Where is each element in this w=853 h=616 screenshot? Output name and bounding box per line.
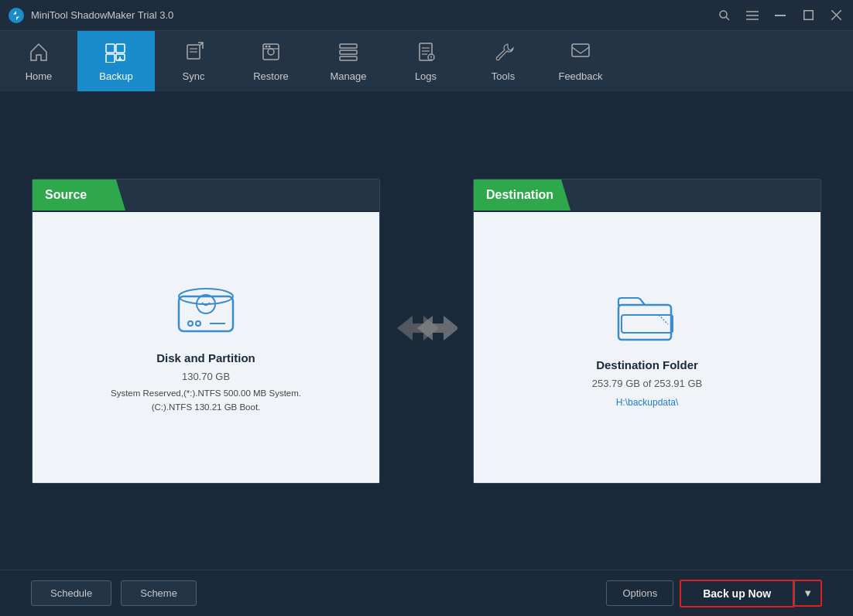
destination-card-body[interactable]: Destination Folder 253.79 GB of 253.91 G… [474, 212, 820, 483]
app-title: MiniTool ShadowMaker Trial 3.0 [31, 9, 173, 21]
app-logo-icon [8, 7, 25, 24]
svg-point-0 [9, 8, 24, 23]
minimize-button[interactable] [771, 6, 790, 25]
footer-left: Schedule Scheme [31, 580, 197, 606]
nav-bar: Home Backup Sync [0, 31, 853, 93]
backup-now-button[interactable]: Back up Now [680, 580, 794, 607]
sync-icon [183, 41, 204, 67]
svg-rect-12 [106, 54, 115, 63]
source-detail: System Reserved,(*:).NTFS 500.00 MB Syst… [111, 387, 301, 414]
svg-rect-10 [106, 44, 115, 53]
nav-item-backup[interactable]: Backup [77, 31, 155, 91]
nav-label-sync: Sync [183, 70, 205, 82]
title-bar-controls [715, 6, 845, 25]
source-size: 130.70 GB [182, 371, 230, 382]
tools-icon [492, 41, 514, 67]
destination-card-container: Destination [473, 179, 821, 484]
backup-icon [104, 41, 128, 67]
svg-point-19 [265, 45, 268, 47]
nav-item-manage[interactable]: Manage [310, 31, 387, 91]
menu-button[interactable] [743, 6, 762, 25]
svg-point-35 [188, 321, 193, 326]
nav-label-manage: Manage [331, 70, 367, 82]
svg-point-1 [720, 11, 727, 18]
destination-card-header: Destination [474, 180, 570, 210]
svg-point-18 [268, 49, 274, 55]
footer: Schedule Scheme Options Back up Now ▼ [0, 570, 853, 616]
feedback-icon [570, 41, 591, 67]
logs-icon [415, 41, 437, 67]
title-bar-left: MiniTool ShadowMaker Trial 3.0 [8, 7, 173, 24]
nav-item-tools[interactable]: Tools [464, 31, 542, 91]
source-card-header: Source [33, 180, 125, 210]
manage-icon [337, 41, 359, 67]
search-button[interactable] [715, 6, 734, 25]
footer-right: Options Back up Now ▼ [606, 580, 822, 607]
svg-line-2 [726, 17, 729, 20]
nav-label-feedback: Feedback [558, 70, 602, 82]
nav-item-home[interactable]: Home [0, 31, 77, 91]
source-card-wrapper: Source [32, 179, 380, 484]
home-icon [28, 41, 50, 67]
arrow-container [380, 311, 473, 352]
nav-label-tools: Tools [492, 70, 515, 82]
title-bar: MiniTool ShadowMaker Trial 3.0 [0, 0, 853, 31]
svg-rect-38 [618, 305, 671, 340]
close-button[interactable] [827, 6, 845, 25]
destination-title: Destination Folder [596, 358, 698, 371]
source-title: Disk and Partition [156, 351, 255, 364]
nav-label-logs: Logs [415, 70, 437, 82]
destination-size: 253.79 GB of 253.91 GB [592, 378, 702, 389]
svg-rect-11 [116, 44, 125, 53]
destination-card-wrapper: Destination [473, 179, 821, 484]
svg-rect-31 [572, 44, 589, 56]
backup-area: Source [31, 116, 822, 546]
svg-point-20 [269, 45, 271, 47]
options-button[interactable]: Options [606, 580, 673, 606]
nav-item-sync[interactable]: Sync [155, 31, 232, 91]
dropdown-button[interactable]: ▼ [794, 580, 822, 607]
svg-point-30 [430, 58, 432, 60]
dropdown-arrow-icon: ▼ [803, 587, 813, 599]
nav-item-logs[interactable]: Logs [387, 31, 464, 91]
svg-rect-23 [340, 56, 357, 60]
nav-item-feedback[interactable]: Feedback [542, 31, 619, 91]
destination-card-header-bar: Destination [474, 180, 820, 212]
arrow-icon [396, 311, 457, 352]
svg-rect-21 [340, 44, 357, 48]
svg-rect-22 [340, 50, 357, 54]
disk-icon [171, 281, 241, 339]
nav-label-home: Home [26, 70, 53, 82]
maximize-button[interactable] [799, 6, 817, 25]
svg-rect-7 [803, 11, 813, 20]
source-card-container: Source [32, 179, 380, 484]
destination-path: H:\backupdata\ [616, 397, 679, 408]
main-content: Source [0, 93, 853, 570]
nav-item-restore[interactable]: Restore [232, 31, 310, 91]
schedule-button[interactable]: Schedule [31, 580, 111, 606]
restore-icon [260, 41, 282, 67]
nav-label-restore: Restore [253, 70, 289, 82]
nav-label-backup: Backup [99, 70, 132, 82]
source-card-header-bar: Source [33, 180, 379, 212]
svg-point-36 [196, 321, 200, 326]
source-card-body[interactable]: Disk and Partition 130.70 GB System Rese… [33, 212, 379, 483]
scheme-button[interactable]: Scheme [121, 580, 197, 606]
folder-icon [612, 288, 682, 346]
